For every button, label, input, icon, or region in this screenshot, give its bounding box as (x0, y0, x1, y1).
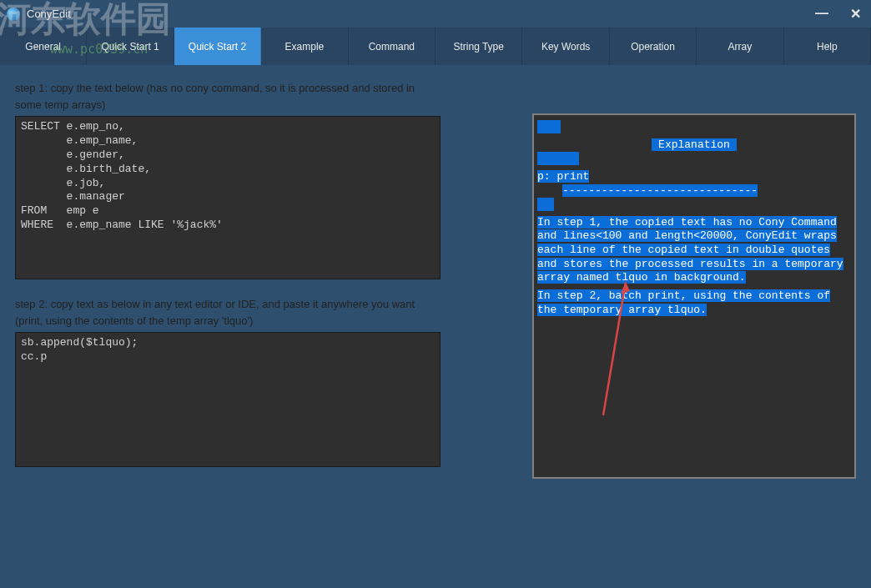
tab-operation[interactable]: Operation (610, 28, 697, 65)
tab-quick-start-2[interactable]: Quick Start 2 (174, 28, 261, 65)
tab-string-type[interactable]: String Type (436, 28, 522, 65)
code-block-1[interactable]: SELECT e.emp_no, e.emp_name, e.gender, e… (15, 116, 441, 279)
step1-label: step 1: copy the text below (has no cony… (15, 80, 441, 113)
tab-quick-start-1[interactable]: Quick Start 1 (87, 28, 174, 65)
tab-help[interactable]: Help (784, 28, 871, 65)
explanation-para1: In step 1, the copied text has no Cony C… (537, 216, 843, 284)
window-controls: — ✕ (815, 6, 861, 22)
tab-example[interactable]: Example (261, 28, 348, 65)
close-button[interactable]: ✕ (850, 6, 861, 22)
app-icon (7, 8, 20, 21)
code-block-2[interactable]: sb.append($tlquo); cc.p (15, 332, 441, 467)
title-bar: ConyEdit — ✕ (0, 0, 871, 28)
explanation-header: Explanation (652, 138, 737, 151)
tab-key-words[interactable]: Key Words (522, 28, 609, 65)
tab-array[interactable]: Array (697, 28, 783, 65)
right-column: Explanation p: print -------------------… (532, 80, 856, 573)
left-column: step 1: copy the text below (has no cony… (15, 80, 441, 573)
explanation-para2: In step 2, batch print, using the conten… (537, 289, 830, 316)
explanation-panel[interactable]: Explanation p: print -------------------… (532, 113, 856, 479)
explanation-cmd: p: print (537, 170, 589, 183)
tab-command[interactable]: Command (349, 28, 436, 65)
step2-label: step 2: copy text as below in any text e… (15, 296, 441, 329)
tab-bar: General Quick Start 1 Quick Start 2 Exam… (0, 28, 871, 65)
minimize-button[interactable]: — (815, 6, 828, 22)
content-area: step 1: copy the text below (has no cony… (0, 65, 871, 588)
tab-general[interactable]: General (0, 28, 87, 65)
app-title: ConyEdit (27, 8, 815, 20)
explanation-separator: ------------------------------ (562, 184, 758, 197)
